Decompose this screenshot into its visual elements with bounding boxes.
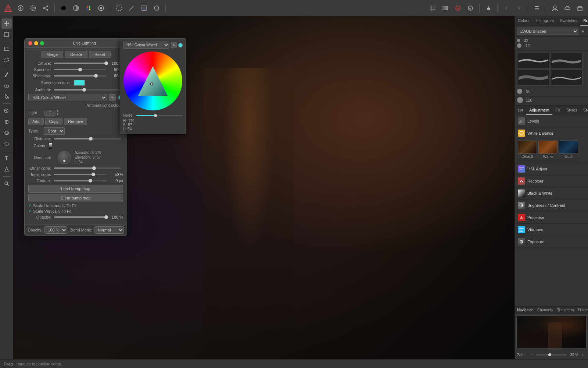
- text-tool[interactable]: T: [1, 153, 12, 163]
- wb-preset-cool[interactable]: Cool: [559, 141, 578, 159]
- healing-tool[interactable]: [1, 117, 12, 127]
- colour-swatch-bar[interactable]: [49, 143, 52, 149]
- split-tool[interactable]: [440, 3, 451, 13]
- adj-recolour[interactable]: Recolour: [515, 175, 588, 187]
- select-tool[interactable]: [114, 3, 124, 13]
- load-bump-map-btn[interactable]: Load bump map: [28, 185, 123, 193]
- zoom-tool[interactable]: [1, 178, 12, 189]
- selection-tool[interactable]: [1, 55, 12, 65]
- adj-bw[interactable]: Black & White: [515, 187, 588, 199]
- brush-thumb-4[interactable]: [550, 70, 582, 86]
- nav-tab-navigator[interactable]: Navigator: [515, 307, 535, 314]
- grid-tool[interactable]: [428, 3, 438, 13]
- settings-btn[interactable]: [28, 3, 38, 13]
- nav-tab-channels[interactable]: Channels: [535, 307, 555, 314]
- wb-preset-warm[interactable]: Warm: [538, 141, 557, 159]
- circle-btn[interactable]: [96, 3, 106, 13]
- crop-tool[interactable]: [139, 3, 149, 13]
- transform-tool[interactable]: [1, 29, 12, 40]
- cloud-btn[interactable]: [562, 3, 573, 13]
- adj-brightness-contrast[interactable]: Brightness / Contrast: [515, 199, 588, 212]
- cw-noise-slider[interactable]: [136, 115, 183, 116]
- blend-mode-select[interactable]: Normal: [94, 226, 124, 234]
- fill-tool[interactable]: [1, 91, 12, 102]
- adj-tab-styles[interactable]: Styles: [563, 106, 580, 115]
- cw-colour-dot[interactable]: [178, 43, 183, 47]
- adj-hsl[interactable]: HSL Adjust: [515, 163, 588, 175]
- palette-btn[interactable]: [83, 3, 94, 13]
- cw-dropdown[interactable]: HSL Colour Wheel: [123, 42, 169, 49]
- diffuse-slider[interactable]: [54, 63, 106, 64]
- clear-bump-map-btn[interactable]: Clear bump map: [28, 194, 123, 202]
- llp-delete-btn[interactable]: Delete: [65, 51, 87, 58]
- adj-tab-lyr[interactable]: Lyr: [515, 106, 526, 115]
- nav-tab-history[interactable]: History: [576, 307, 588, 314]
- brush-preset-select[interactable]: DAUB Bristles: [517, 28, 578, 35]
- channels-btn[interactable]: ⊕: [465, 3, 476, 13]
- tab-colour[interactable]: Colour: [515, 16, 533, 26]
- adj-vibrance[interactable]: Vibrance: [515, 224, 588, 236]
- color-wheel-canvas[interactable]: [123, 52, 182, 110]
- crop-tool-left[interactable]: [1, 44, 12, 54]
- inner-cone-slider[interactable]: [54, 174, 106, 175]
- brush-thumb-2[interactable]: [550, 53, 582, 69]
- adj-posterise[interactable]: Posterise: [515, 212, 588, 224]
- zoom-in-btn[interactable]: +: [580, 352, 586, 358]
- remove-light-btn[interactable]: Remove: [64, 118, 87, 125]
- adj-exposure[interactable]: Exposure: [515, 236, 588, 248]
- share-btn[interactable]: [40, 3, 51, 13]
- brush-thumb-1[interactable]: [517, 53, 549, 69]
- type-select[interactable]: Spot: [44, 127, 65, 135]
- circle-select-tool[interactable]: [151, 3, 162, 13]
- mode-btn[interactable]: [71, 3, 81, 13]
- llp-reset-btn[interactable]: Reset: [89, 51, 111, 58]
- tab-swatches[interactable]: Swatches: [557, 16, 581, 26]
- llp-opacity-slider[interactable]: [54, 216, 106, 218]
- brush-options[interactable]: [453, 3, 463, 13]
- cw-selector-handle[interactable]: [150, 82, 153, 85]
- next-tool[interactable]: [514, 3, 524, 13]
- adj-tab-stock[interactable]: Stock: [580, 106, 588, 115]
- tab-histogram[interactable]: Histogram: [533, 16, 557, 26]
- nav-tab-transform[interactable]: Transform: [555, 307, 576, 314]
- texture-slider[interactable]: [54, 180, 106, 181]
- stamp-tool[interactable]: [483, 3, 494, 13]
- window-min-btn[interactable]: [34, 41, 38, 45]
- specular-slider[interactable]: [54, 69, 106, 70]
- outer-cone-slider[interactable]: [54, 167, 121, 169]
- light-number-arrows[interactable]: ▲▼: [56, 109, 59, 116]
- eyedropper-btn[interactable]: ✎: [109, 94, 116, 101]
- light-number-input[interactable]: [44, 110, 55, 116]
- prev-tool[interactable]: [501, 3, 512, 13]
- window-max-btn[interactable]: [40, 41, 44, 45]
- user-btn[interactable]: [550, 3, 560, 13]
- app-logo[interactable]: [3, 3, 13, 13]
- store-btn[interactable]: [575, 3, 585, 13]
- paint-brush-tool[interactable]: [1, 69, 12, 79]
- window-close-btn[interactable]: [28, 41, 32, 45]
- ambient-slider[interactable]: [54, 89, 121, 91]
- tab-brushes[interactable]: Brushes: [580, 16, 588, 26]
- adj-tab-adjustment[interactable]: Adjustment: [526, 106, 552, 115]
- eraser-tool[interactable]: [1, 80, 12, 91]
- add-light-btn[interactable]: Add: [28, 118, 44, 125]
- adj-tab-fx[interactable]: FX: [552, 106, 563, 115]
- color-wheel-btn[interactable]: [58, 3, 69, 13]
- new-file-btn[interactable]: [15, 3, 26, 13]
- shape-tool[interactable]: [1, 164, 12, 174]
- layers-toggle[interactable]: [532, 3, 542, 13]
- colour-wheel-dropdown[interactable]: HSL Colour Wheel: [28, 94, 107, 101]
- shininess-slider[interactable]: [54, 75, 106, 77]
- adj-levels[interactable]: Levels: [515, 115, 588, 127]
- blur-tool[interactable]: [1, 139, 12, 149]
- brush-preset-menu[interactable]: ≡: [580, 28, 586, 34]
- specular-colour-swatch[interactable]: [74, 80, 85, 86]
- llp-merge-btn[interactable]: Merge: [41, 51, 63, 58]
- adj-white-balance[interactable]: White Balance Default Warm Cool: [515, 127, 588, 163]
- pen-tool[interactable]: [126, 3, 137, 13]
- dodge-tool[interactable]: [1, 128, 12, 138]
- zoom-out-btn[interactable]: −: [529, 352, 535, 358]
- wb-preset-default[interactable]: Default: [518, 141, 537, 159]
- cw-eyedropper-btn[interactable]: ✎: [171, 42, 177, 48]
- move-tool[interactable]: [1, 18, 12, 29]
